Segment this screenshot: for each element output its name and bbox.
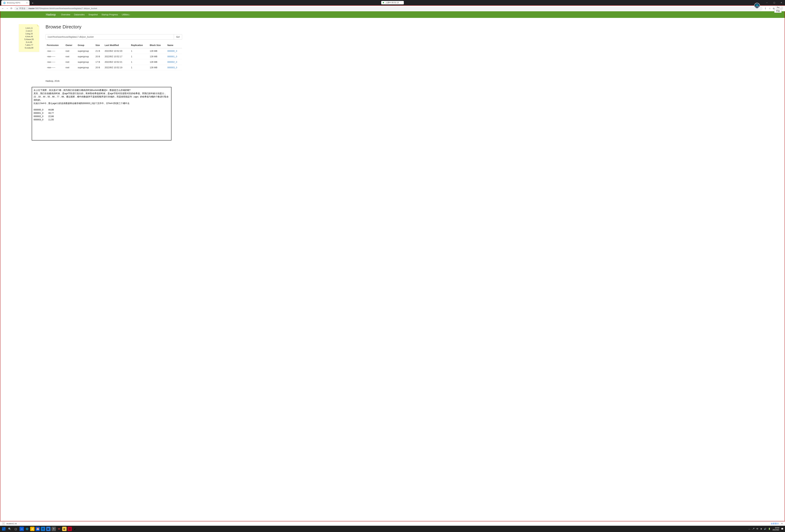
close-download-bar-icon[interactable]: ✕	[781, 523, 783, 525]
cell-size: 21 B	[94, 48, 103, 54]
task-view-icon[interactable]: ▢	[14, 527, 18, 531]
th-name[interactable]: Name	[166, 43, 182, 48]
tray-chevron-up-icon[interactable]: ︿	[749, 528, 750, 530]
tray-ime-icon[interactable]: 中	[756, 528, 758, 530]
chevron-up-icon[interactable]: ︿	[401, 2, 402, 4]
sticky-line: 2,cat,22	[20, 29, 38, 32]
nav-overview[interactable]: Overview	[61, 14, 70, 16]
tray-battery-icon[interactable]: 🔋	[768, 528, 770, 530]
recording-indicator[interactable]: 上课中 00:31:13 ︿	[381, 1, 404, 4]
system-tray: ︿ 🎤 中 🖥 🔊 🔋 10:53 2022/6/2 💬	[749, 527, 783, 531]
window-minimize-button[interactable]: ─	[763, 0, 770, 5]
not-secure-label: 不安全	[19, 7, 25, 10]
main-content: Browse Directory Go! Permission Owner Gr…	[46, 24, 182, 82]
cell-group: supergroup	[76, 54, 94, 59]
path-input[interactable]	[46, 34, 174, 39]
go-button[interactable]: Go!	[174, 34, 182, 39]
file-link[interactable]: 000001_0	[167, 55, 177, 58]
download-item[interactable]: student1.txt ︿	[2, 522, 20, 525]
start-menu-button[interactable]	[2, 527, 6, 531]
tray-clock[interactable]: 10:53 2022/6/2	[773, 527, 779, 531]
file-link[interactable]: 000000_0	[167, 50, 177, 52]
download-bar: student1.txt ︿ 全部显示 ✕	[0, 521, 785, 526]
cell-size: 20 B	[94, 65, 103, 70]
bookmark-star-icon[interactable]: ☆	[769, 7, 771, 10]
table-header-row: Permission Owner Group Size Last Modifie…	[46, 43, 182, 48]
file-link[interactable]: 000002_0	[167, 61, 177, 63]
th-owner[interactable]: Owner	[64, 43, 76, 48]
th-size[interactable]: Size	[94, 43, 103, 48]
cell-owner: root	[64, 59, 76, 65]
cell-permission: -rwx------	[46, 48, 64, 54]
page-viewport: Hadoop Overview Datanodes Snapshot Start…	[0, 11, 785, 521]
file-link[interactable]: 000003_0	[167, 66, 177, 69]
cell-replication: 1	[130, 54, 149, 59]
window-close-button[interactable]: ✕	[778, 0, 785, 5]
taskbar-app[interactable]: ◎	[68, 527, 72, 531]
taskbar-wps-icon[interactable]: W	[57, 527, 61, 531]
file-icon	[2, 522, 5, 525]
url-path: :50070/explorer.html#/user/hive/warehous…	[35, 7, 97, 9]
nav-back-button[interactable]: ←	[2, 7, 4, 10]
taskbar-app[interactable]: ▭	[20, 527, 24, 531]
taskbar-explorer-icon[interactable]: 📁	[30, 527, 34, 531]
sticky-line: 5,hbase,55	[20, 38, 38, 41]
hadoop-navbar: Hadoop Overview Datanodes Snapshot Start…	[0, 11, 785, 18]
th-block-size[interactable]: Block Size	[149, 43, 166, 48]
taskbar-calendar-icon[interactable]: 📅	[35, 527, 40, 531]
taskbar-chrome-icon[interactable]: 🌐	[25, 527, 29, 531]
hadoop-brand[interactable]: Hadoop	[46, 13, 56, 16]
th-permission[interactable]: Permission	[46, 43, 64, 48]
annotation-line: 比如11%4=3，那么age11的这条数据将会被存储到000003_0这个文件中…	[33, 102, 170, 105]
sticky-line: 4,hive,44	[20, 35, 38, 38]
th-group[interactable]: Group	[76, 43, 94, 48]
taskbar-app[interactable]: T	[51, 527, 56, 531]
browser-toolbar: ← → ⟳ ▲ 不安全 | master:50070/explorer.html…	[0, 6, 785, 11]
start-button-overlay[interactable]: 开始	[774, 9, 782, 13]
th-replication[interactable]: Replication	[130, 43, 149, 48]
th-last-modified[interactable]: Last Modified	[103, 43, 130, 48]
taskbar-search-icon[interactable]: 🔍	[7, 527, 12, 531]
nav-forward-button[interactable]: →	[6, 7, 8, 10]
taskbar-app[interactable]: 🖌	[73, 527, 77, 531]
annotation-mapping: 000000_0 44,88 000001_0 33,77 000002_0 2…	[33, 108, 170, 121]
globe-icon: 🌐	[3, 2, 6, 4]
tab-close-icon[interactable]: ×	[26, 2, 28, 4]
sticky-line: 1,tom,11	[20, 27, 38, 29]
new-tab-button[interactable]: +	[30, 1, 35, 5]
tooltip-label: Poi...	[776, 6, 782, 9]
window-maximize-button[interactable]: ▢	[770, 0, 778, 5]
nav-startup-progress[interactable]: Startup Progress	[101, 14, 118, 16]
taskbar-app[interactable]: ◐	[62, 527, 67, 531]
show-all-downloads[interactable]: 全部显示	[771, 522, 779, 525]
chevron-up-icon[interactable]: ︿	[18, 523, 20, 525]
cell-group: supergroup	[76, 59, 94, 65]
taskbar-app[interactable]: ◧	[46, 527, 51, 531]
recorder-avatar-badge[interactable]: 31:06	[754, 3, 760, 8]
browser-titlebar: 🌐 Browsing HDFS × + 上课中 00:31:13 ︿ ─ ▢ ✕	[0, 0, 785, 6]
address-bar[interactable]: ▲ 不安全 | master:50070/explorer.html#/user…	[14, 6, 763, 11]
tray-mic-icon[interactable]: 🎤	[752, 528, 755, 530]
cell-block-size: 128 MB	[149, 65, 166, 70]
nav-reload-button[interactable]: ⟳	[10, 7, 12, 10]
annotation-line: 从上往下观察，依次是4个桶，因为我们在创建分桶表的时候buckets数量是4，数…	[33, 88, 170, 92]
tray-volume-icon[interactable]: 🔊	[764, 528, 766, 530]
cell-owner: root	[64, 48, 76, 54]
taskbar-mail-icon[interactable]: ✉	[41, 527, 45, 531]
tray-notifications-icon[interactable]: 💬	[781, 528, 783, 530]
table-row: -rwx------rootsupergroup20 B2022/6/2 10:…	[46, 54, 182, 59]
cell-replication: 1	[130, 59, 149, 65]
tray-network-icon[interactable]: 🖥	[760, 528, 762, 530]
nav-snapshot[interactable]: Snapshot	[88, 14, 98, 16]
table-row: -rwx------rootsupergroup20 B2022/6/2 10:…	[46, 65, 182, 70]
share-icon[interactable]: ⇪	[764, 7, 766, 10]
nav-datanodes[interactable]: Datanodes	[74, 14, 85, 16]
sticky-line: 3,dog,33	[20, 32, 38, 35]
sticky-line: 6,mr,66	[20, 41, 38, 44]
nav-utilities[interactable]: Utilities	[122, 14, 130, 16]
cell-permission: -rwx------	[46, 54, 64, 59]
cell-name: 000003_0	[166, 65, 182, 70]
recording-dot-icon	[383, 2, 384, 3]
browser-tab-active[interactable]: 🌐 Browsing HDFS ×	[1, 0, 29, 5]
annotation-line: 其实，我们在创建表的时候，是age字段进行划分的，将来取哈希值的时候，是age字…	[33, 92, 170, 102]
